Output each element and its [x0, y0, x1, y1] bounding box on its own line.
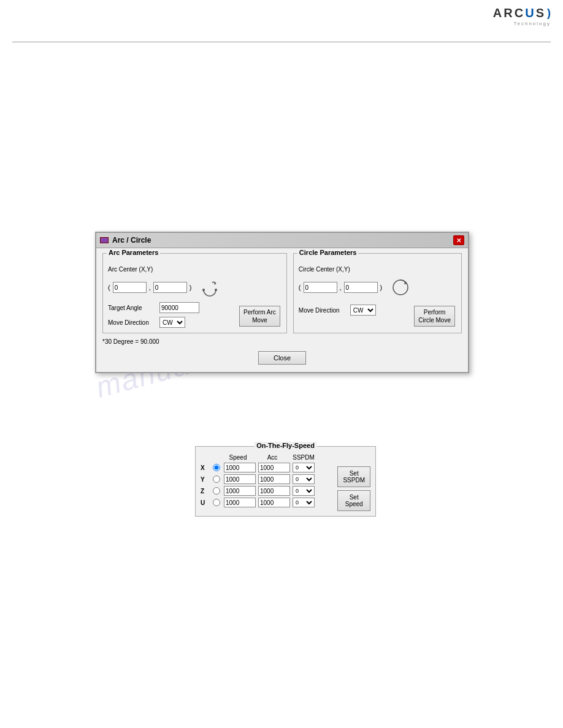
- arc-center-y-input[interactable]: [153, 282, 187, 293]
- z-axis-label: Z: [201, 488, 209, 495]
- circle-center-label: Circle Center (X,Y): [299, 266, 350, 273]
- col-speed-label: Speed: [220, 454, 256, 461]
- target-angle-label: Target Angle: [108, 305, 157, 311]
- header: ARCUS ) Technology: [493, 6, 551, 26]
- circle-parameters-legend: Circle Parameters: [297, 249, 359, 256]
- circle-close-paren: ): [380, 284, 383, 291]
- y-sspdm-select[interactable]: 0123: [293, 474, 315, 484]
- svg-point-2: [215, 289, 217, 291]
- u-speed-input[interactable]: [224, 498, 256, 507]
- arc-move-direction-label: Move Direction: [108, 319, 157, 326]
- z-radio[interactable]: [213, 487, 220, 495]
- circle-move-direction-label: Move Direction: [299, 307, 348, 314]
- u-sspdm-select[interactable]: 0123: [293, 498, 315, 507]
- close-btn-area: Close: [102, 351, 462, 365]
- arc-move-direction-select[interactable]: CW CCW: [159, 317, 185, 328]
- arc-icon: [199, 276, 221, 298]
- otf-row-x: X 0123: [201, 463, 334, 472]
- col-acc-label: Acc: [256, 454, 289, 461]
- perform-circle-move-button[interactable]: PerformCircle Move: [414, 306, 455, 327]
- circle-comma: ,: [340, 284, 342, 291]
- z-acc-input[interactable]: [258, 486, 290, 496]
- otf-row-u: U 0123: [201, 498, 334, 507]
- logo-text: ARCUS: [493, 6, 546, 20]
- set-speed-button[interactable]: SetSpeed: [337, 490, 370, 511]
- otf-panel: On-The-Fly-Speed Speed Acc SSPDM X 0123: [195, 446, 376, 517]
- dialog-titlebar: Arc / Circle ✕: [96, 233, 468, 248]
- otf-buttons: SetSSPDM SetSpeed: [337, 466, 370, 511]
- dialog-title: Arc / Circle: [112, 236, 151, 245]
- arc-center-row: Arc Center (X,Y): [108, 266, 282, 273]
- circle-move-direction-select[interactable]: CW CCW: [350, 305, 376, 316]
- u-radio[interactable]: [213, 499, 220, 506]
- logo-paren: ): [547, 7, 551, 20]
- otf-row-y: Y 0123: [201, 474, 334, 484]
- z-sspdm-select[interactable]: 0123: [293, 486, 315, 496]
- logo-subtitle: Technology: [514, 21, 551, 26]
- circle-center-y-input[interactable]: [344, 282, 378, 293]
- set-sspdm-button[interactable]: SetSSPDM: [337, 466, 370, 487]
- circle-icon: [389, 276, 412, 298]
- col-sspdm-label: SSPDM: [289, 454, 318, 461]
- dialog-title-left: Arc / Circle: [100, 236, 151, 245]
- x-acc-input[interactable]: [258, 463, 290, 472]
- header-divider: [12, 42, 551, 42]
- u-axis-label: U: [201, 499, 209, 506]
- arc-comma: ,: [149, 284, 151, 291]
- arc-open-paren: (: [108, 284, 110, 291]
- otf-legend: On-The-Fly-Speed: [254, 442, 317, 449]
- arc-circle-dialog: Arc / Circle ✕ Arc Parameters Arc Center…: [95, 232, 469, 373]
- otf-row-z: Z 0123: [201, 486, 334, 496]
- dialog-panels: Arc Parameters Arc Center (X,Y) ( , ): [102, 253, 462, 333]
- svg-point-1: [202, 289, 205, 291]
- arc-parameters-group: Arc Parameters Arc Center (X,Y) ( , ): [102, 253, 287, 333]
- svg-point-0: [204, 284, 216, 296]
- x-sspdm-select[interactable]: 0123: [293, 463, 315, 472]
- circle-parameters-group: Circle Parameters Circle Center (X,Y) ( …: [293, 253, 462, 333]
- dialog-body: Arc Parameters Arc Center (X,Y) ( , ): [96, 248, 468, 372]
- arc-parameters-legend: Arc Parameters: [107, 249, 160, 256]
- y-axis-label: Y: [201, 476, 209, 483]
- close-button[interactable]: Close: [258, 351, 306, 365]
- arc-icon-area: [199, 276, 221, 298]
- x-speed-input[interactable]: [224, 463, 256, 472]
- dialog-close-x-button[interactable]: ✕: [453, 235, 464, 245]
- arc-center-label: Arc Center (X,Y): [108, 266, 153, 273]
- circle-center-row: Circle Center (X,Y): [299, 266, 456, 273]
- circle-center-input-row: ( , ): [299, 276, 456, 298]
- z-speed-input[interactable]: [224, 486, 256, 496]
- target-angle-input[interactable]: [159, 302, 199, 313]
- circle-icon-area: [389, 276, 412, 298]
- circle-open-paren: (: [299, 284, 301, 291]
- y-radio[interactable]: [213, 476, 220, 483]
- y-acc-input[interactable]: [258, 474, 290, 484]
- perform-arc-move-button[interactable]: Perform ArcMove: [239, 306, 280, 327]
- arc-center-input-row: ( , ): [108, 276, 282, 298]
- dialog-icon: [100, 237, 109, 243]
- y-speed-input[interactable]: [224, 474, 256, 484]
- x-axis-label: X: [201, 464, 209, 471]
- x-radio[interactable]: [213, 464, 220, 471]
- degree-note: *30 Degree = 90.000: [102, 338, 462, 345]
- circle-center-x-input[interactable]: [304, 282, 337, 293]
- arc-center-x-input[interactable]: [113, 282, 147, 293]
- arc-close-paren: ): [190, 284, 192, 291]
- u-acc-input[interactable]: [258, 498, 290, 507]
